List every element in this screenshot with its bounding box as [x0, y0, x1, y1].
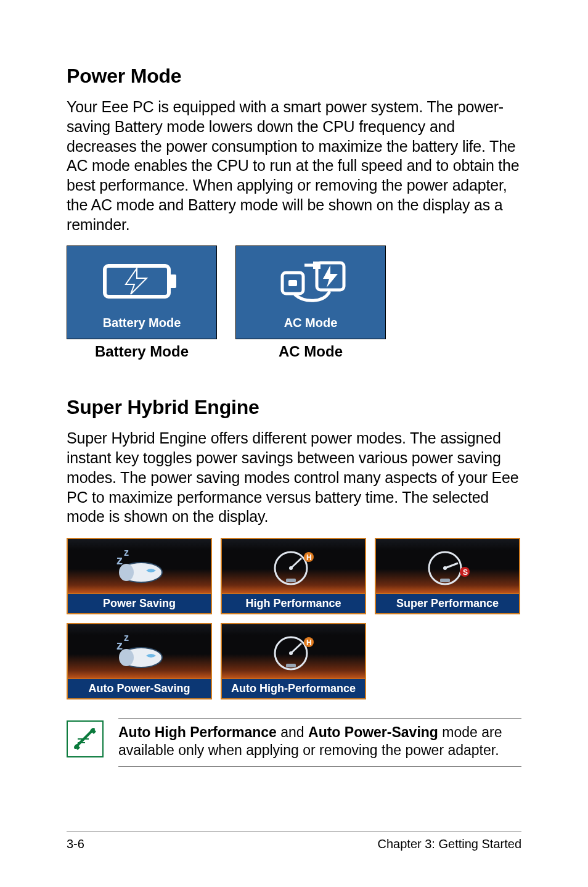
svg-line-14: [291, 558, 301, 568]
battery-mode-column: Battery Mode Battery Mode: [67, 245, 217, 360]
page-number: 3-6: [67, 837, 84, 851]
svg-rect-34: [286, 664, 296, 667]
svg-text:H: H: [306, 553, 312, 562]
svg-text:H: H: [306, 638, 312, 647]
svg-text:S: S: [463, 568, 468, 577]
battery-mode-caption: Battery Mode: [67, 343, 217, 360]
svg-rect-6: [313, 262, 321, 269]
note-span-1: and: [277, 724, 308, 740]
ac-mode-tile-label: AC Mode: [284, 316, 338, 330]
svg-line-20: [445, 563, 458, 568]
svg-rect-4: [288, 280, 297, 286]
note-icon: [67, 720, 104, 757]
svg-point-28: [119, 649, 134, 666]
gauge-high-icon: H: [222, 624, 365, 679]
svg-text:z: z: [124, 632, 129, 643]
she-tile-high-performance: H High Performance: [221, 538, 366, 614]
svg-rect-1: [169, 274, 176, 288]
she-tile-label: High Performance: [222, 593, 365, 613]
note-text: Auto High Performance and Auto Power-Sav…: [118, 718, 521, 767]
ac-mode-caption: AC Mode: [235, 343, 386, 360]
she-tile-auto-high-performance: H Auto High-Performance: [221, 623, 366, 699]
paragraph-power-mode: Your Eee PC is equipped with a smart pow…: [67, 97, 521, 234]
paragraph-super-hybrid-engine: Super Hybrid Engine offers different pow…: [67, 429, 521, 527]
chapter-label: Chapter 3: Getting Started: [378, 837, 521, 851]
svg-text:z: z: [116, 553, 123, 567]
she-tile-label: Power Saving: [68, 593, 211, 613]
svg-text:z: z: [116, 638, 123, 652]
note-bold-2: Auto Power-Saving: [308, 724, 438, 740]
svg-point-21: [443, 566, 447, 570]
ac-mode-tile: AC Mode: [235, 245, 386, 339]
battery-sleep-icon: z z: [68, 624, 211, 679]
svg-rect-18: [286, 579, 296, 582]
she-tile-label: Auto Power-Saving: [68, 679, 211, 698]
she-tile-power-saving: z z Power Saving: [67, 538, 212, 614]
ac-plug-icon: [261, 246, 360, 316]
she-tile-label: Auto High-Performance: [222, 679, 365, 698]
battery-mode-tile: Battery Mode: [67, 245, 217, 339]
she-tile-auto-power-saving: z z Auto Power-Saving: [67, 623, 212, 699]
svg-marker-2: [126, 268, 147, 294]
svg-marker-8: [323, 265, 338, 287]
svg-point-15: [289, 566, 293, 570]
she-tile-label: Super Performance: [376, 593, 519, 613]
battery-charging-icon: [99, 246, 185, 316]
heading-super-hybrid-engine: Super Hybrid Engine: [67, 396, 521, 419]
battery-sleep-icon: z z: [68, 539, 211, 593]
svg-text:z: z: [124, 547, 129, 558]
battery-mode-tile-label: Battery Mode: [103, 316, 181, 330]
ac-mode-column: AC Mode AC Mode: [235, 245, 386, 360]
note-box: Auto High Performance and Auto Power-Sav…: [67, 718, 521, 767]
svg-line-30: [291, 643, 301, 653]
she-mode-grid: z z Power Saving H High Performance: [67, 538, 521, 699]
svg-point-12: [119, 564, 134, 581]
svg-rect-24: [440, 579, 450, 582]
power-mode-tiles: Battery Mode Battery Mode AC Mo: [67, 245, 521, 360]
note-bold-1: Auto High Performance: [118, 724, 277, 740]
svg-point-31: [289, 651, 293, 655]
she-tile-super-performance: S Super Performance: [375, 538, 520, 614]
gauge-high-icon: H: [222, 539, 365, 593]
heading-power-mode: Power Mode: [67, 65, 521, 88]
gauge-super-icon: S: [376, 539, 519, 593]
page-footer: 3-6 Chapter 3: Getting Started: [67, 831, 521, 851]
